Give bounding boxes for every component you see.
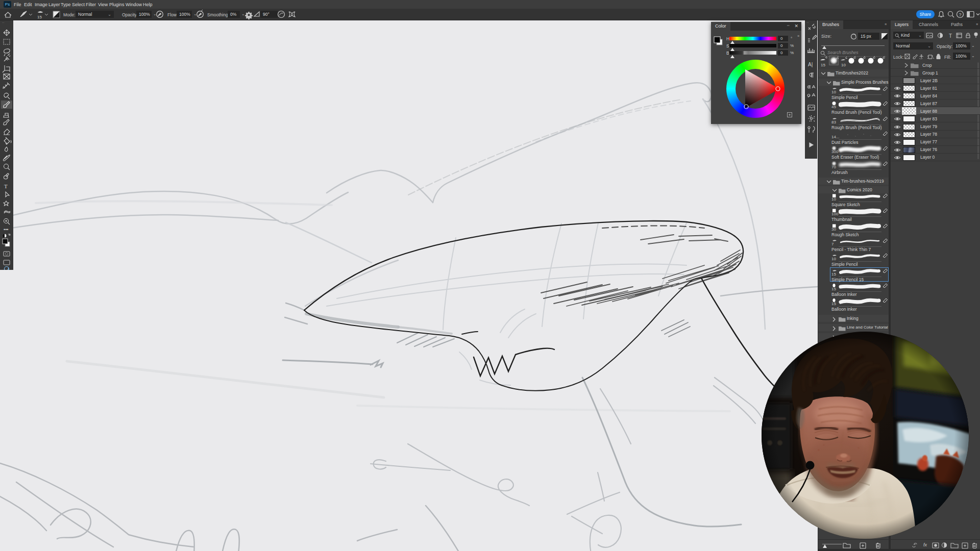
svg-text:•••: ••• <box>4 227 8 232</box>
svg-text:15: 15 <box>37 15 42 19</box>
svg-text:T: T <box>949 33 952 39</box>
svg-text:15: 15 <box>821 63 825 67</box>
svg-text:T: T <box>4 183 8 189</box>
svg-text:10: 10 <box>841 63 846 67</box>
svg-text:fx: fx <box>923 542 927 547</box>
svg-text:A|: A| <box>808 62 813 67</box>
svg-text:?: ? <box>959 12 962 17</box>
